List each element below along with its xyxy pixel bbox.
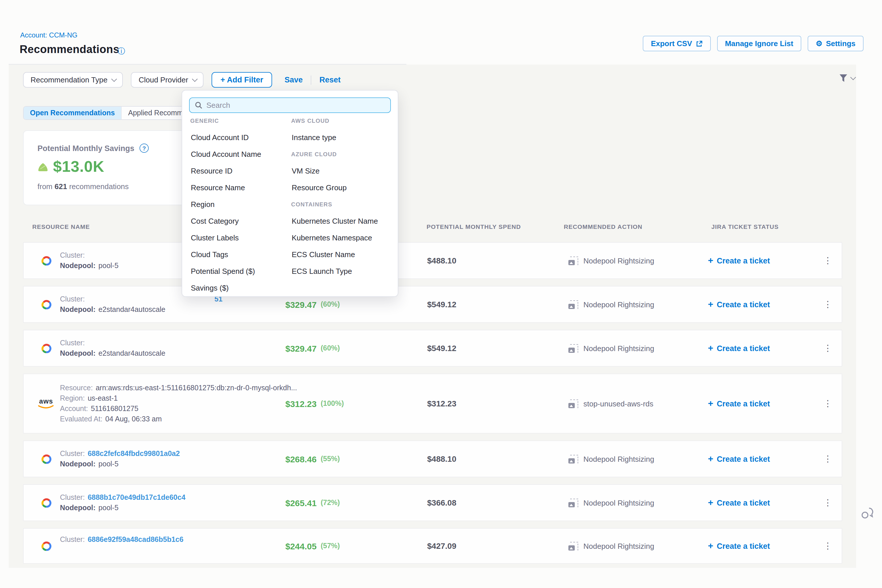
table-row[interactable]: Cluster: 6886e92f59a48cad86b5b1c6 $244.0…	[23, 528, 842, 564]
table-row[interactable]: Cluster: 688c2fefc84fbdc99801a0a2 Nodepo…	[23, 440, 842, 477]
manage-ignore-list-label: Manage Ignore List	[725, 39, 793, 48]
page-title: Recommendations	[20, 43, 119, 56]
row-menu-button[interactable]: ⋮	[822, 374, 834, 433]
create-ticket-label: Create a ticket	[717, 344, 770, 352]
create-ticket-button[interactable]: + Create a ticket	[708, 485, 770, 520]
dropdown-filter-option[interactable]: ECS Launch Type	[291, 267, 352, 276]
table-row[interactable]: aws Resource: arn:aws:rds:us-east-1:5116…	[23, 374, 842, 434]
potential-monthly-spend-cell: $312.23	[427, 374, 456, 433]
recommendation-type-filter[interactable]: Recommendation Type	[23, 72, 123, 88]
row-menu-button[interactable]: ⋮	[822, 286, 834, 322]
recommended-action-label: Nodepool Rightsizing	[584, 344, 654, 352]
recommended-action-cell: Nodepool Rightsizing	[568, 286, 654, 322]
table-header-row: RESOURCE NAME POTENTIAL MONTHLY SAVINGS …	[23, 223, 842, 231]
create-ticket-label: Create a ticket	[717, 256, 770, 265]
manage-ignore-list-button[interactable]: Manage Ignore List	[717, 36, 801, 51]
row-menu-button[interactable]: ⋮	[822, 529, 834, 563]
savings-subtext-prefix: from	[38, 182, 52, 191]
chat-help-icon[interactable]	[860, 507, 874, 520]
gcp-cloud-icon	[39, 496, 53, 509]
resource-field-label: Cluster:	[60, 295, 85, 303]
row-menu-button[interactable]: ⋮	[822, 243, 834, 278]
dropdown-filter-option[interactable]: VM Size	[291, 166, 320, 175]
potential-monthly-spend-cell: $366.08	[427, 485, 456, 520]
dropdown-filter-option[interactable]: Resource Group	[291, 183, 347, 192]
plus-icon: +	[708, 256, 713, 265]
recommendations-page: Account: CCM-NG Recommendations ⓘ Export…	[0, 0, 882, 588]
settings-button[interactable]: ⚙ Settings	[808, 36, 864, 51]
column-potential-monthly-spend: POTENTIAL MONTHLY SPEND	[427, 223, 521, 230]
row-menu-button[interactable]: ⋮	[822, 441, 834, 477]
dropdown-filter-option[interactable]: Region	[190, 200, 214, 208]
savings-percent: (57%)	[321, 542, 340, 550]
resource-field-label: Nodepool:	[60, 306, 96, 314]
dropdown-search-box[interactable]	[189, 98, 391, 113]
add-filter-button[interactable]: + Add Filter	[212, 72, 272, 88]
dropdown-group-header: CONTAINERS	[291, 201, 332, 207]
savings-value: $312.23	[285, 399, 316, 408]
reset-filter-button[interactable]: Reset	[320, 75, 341, 84]
filter-bar: Recommendation Type Cloud Provider + Add…	[23, 72, 341, 88]
tab-open-label: Open Recommendations	[30, 109, 115, 117]
create-ticket-button[interactable]: + Create a ticket	[708, 243, 770, 278]
cluster-link[interactable]: 688c2fefc84fbdc99801a0a2	[88, 450, 180, 458]
plus-icon: +	[708, 344, 713, 353]
dropdown-filter-option[interactable]: Resource Name	[190, 183, 245, 192]
cluster-link[interactable]: 6888b1c70e49db17c1de60c4	[88, 494, 185, 501]
search-input[interactable]	[206, 101, 385, 110]
filter-panel-toggle[interactable]	[839, 74, 854, 82]
dropdown-column-clouds: AWS CLOUDInstance typeAZURE CLOUDVM Size…	[291, 112, 392, 296]
rightsizing-action-icon	[568, 256, 578, 265]
export-csv-button[interactable]: Export CSV	[643, 36, 711, 51]
resource-name-cell: Cluster: Nodepool: e2standar4autoscale	[60, 330, 165, 366]
funnel-icon	[839, 74, 848, 82]
savings-amount: $13.0K	[53, 158, 104, 176]
resource-field-value: e2standar4autoscale	[99, 350, 165, 357]
dropdown-column-generic: GENERICCloud Account IDCloud Account Nam…	[190, 112, 291, 296]
row-menu-button[interactable]: ⋮	[822, 485, 834, 520]
create-ticket-button[interactable]: + Create a ticket	[708, 330, 770, 366]
tab-open-recommendations[interactable]: Open Recommendations	[24, 106, 122, 119]
plus-icon: +	[708, 454, 713, 464]
dropdown-filter-option[interactable]: Cost Category	[190, 217, 238, 225]
resource-name-cell: Cluster: 51 Nodepool: e2standar4autoscal…	[60, 286, 165, 322]
table-row[interactable]: Cluster: Nodepool: pool-5 $488.10 Nodepo…	[23, 242, 842, 279]
dropdown-filter-option[interactable]: Resource ID	[190, 166, 232, 175]
table-row[interactable]: Cluster: 51 Nodepool: e2standar4autoscal…	[23, 286, 842, 323]
dropdown-filter-option[interactable]: Cluster Labels	[190, 234, 238, 242]
dropdown-filter-option[interactable]: Instance type	[291, 133, 336, 142]
potential-monthly-savings-card: Potential Monthly Savings ? $13.0K from …	[23, 130, 186, 205]
create-ticket-button[interactable]: + Create a ticket	[708, 286, 770, 322]
recommended-action-label: Nodepool Rightsizing	[584, 454, 654, 463]
create-ticket-button[interactable]: + Create a ticket	[708, 441, 770, 477]
savings-percent: (55%)	[321, 455, 340, 463]
help-icon[interactable]: ?	[140, 144, 149, 153]
table-row[interactable]: Cluster: Nodepool: e2standar4autoscale $…	[23, 330, 842, 367]
plus-icon: +	[708, 541, 713, 550]
cluster-link[interactable]: 6886e92f59a48cad86b5b1c6	[88, 536, 183, 544]
dropdown-filter-option[interactable]: Kubernetes Namespace	[291, 234, 372, 242]
table-row[interactable]: Cluster: 6888b1c70e49db17c1de60c4 Nodepo…	[23, 484, 842, 521]
dropdown-filter-option[interactable]: Cloud Tags	[190, 250, 228, 259]
info-icon[interactable]: ⓘ	[118, 46, 125, 57]
savings-value: $329.47	[285, 300, 316, 309]
rightsizing-action-icon	[568, 399, 578, 408]
savings-percent: (100%)	[321, 399, 344, 408]
dropdown-filter-option[interactable]: Potential Spend ($)	[190, 267, 255, 276]
cloud-provider-filter[interactable]: Cloud Provider	[131, 72, 204, 88]
dropdown-filter-option[interactable]: Kubernetes Cluster Name	[291, 217, 378, 225]
create-ticket-label: Create a ticket	[717, 498, 770, 507]
dropdown-filter-option[interactable]: Savings ($)	[190, 284, 229, 292]
row-menu-button[interactable]: ⋮	[822, 330, 834, 366]
gcp-cloud-icon	[39, 254, 53, 267]
potential-monthly-savings-cell: $244.05 (57%)	[285, 529, 340, 563]
resource-name-cell: Cluster: 6888b1c70e49db17c1de60c4 Nodepo…	[60, 485, 185, 520]
dropdown-filter-option[interactable]: Cloud Account ID	[190, 133, 249, 142]
external-link-icon	[696, 40, 702, 47]
account-breadcrumb[interactable]: Account: CCM-NG	[20, 31, 78, 39]
save-filter-button[interactable]: Save	[285, 75, 303, 84]
create-ticket-button[interactable]: + Create a ticket	[708, 529, 770, 563]
dropdown-filter-option[interactable]: ECS Cluster Name	[291, 250, 355, 259]
dropdown-filter-option[interactable]: Cloud Account Name	[190, 150, 261, 159]
create-ticket-button[interactable]: + Create a ticket	[708, 374, 770, 433]
